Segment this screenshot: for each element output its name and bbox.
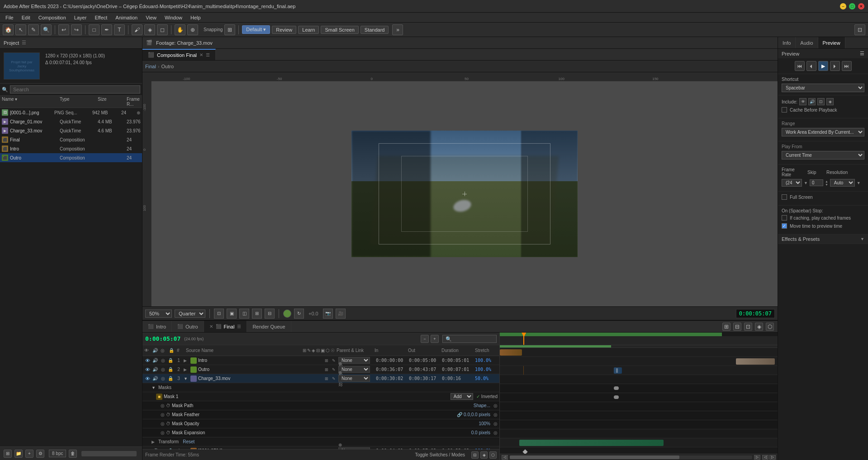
project-item[interactable]: 🖼 [0001-0...].png PNG Seq... 942 MB 24 ⊕ xyxy=(0,108,142,117)
layer-audio-2[interactable]: 🔊 xyxy=(152,366,158,373)
menu-edit[interactable]: Edit xyxy=(18,14,34,21)
undo-tool[interactable]: ↩ xyxy=(58,24,69,35)
tl-action-btn5[interactable]: ⬡ xyxy=(766,323,774,331)
preview-options-icon[interactable]: ☰ xyxy=(860,51,864,56)
tl-bottom-btn2[interactable]: ◈ xyxy=(480,451,488,459)
tl-mask-feather[interactable]: ◎ ⏱ Mask Feather 🔗 0.0,0.0 pixels ◎ xyxy=(142,410,499,419)
if-caching-cb[interactable] xyxy=(782,215,787,221)
comp-tab-final[interactable]: ⬛ Composition Final ✕ ☰ xyxy=(142,49,216,60)
preview-last-btn[interactable]: ⏭ xyxy=(842,61,852,71)
search-tool[interactable]: 🔍 xyxy=(41,24,52,35)
project-item[interactable]: ⬛ Final Composition 24 xyxy=(0,135,142,144)
tl-transform-group[interactable]: ▶ Transform Reset xyxy=(142,437,499,446)
workspace-default[interactable]: Default ▾ xyxy=(242,25,270,34)
scroll-right-btn[interactable]: ▷ xyxy=(754,455,760,460)
select-tool[interactable]: ↖ xyxy=(15,24,26,35)
sw-fx-1[interactable]: ⊞ xyxy=(323,357,330,364)
transform-reset-btn[interactable]: Reset xyxy=(183,439,194,444)
app-settings[interactable]: ⊡ xyxy=(854,24,865,35)
project-item[interactable]: ▶ Charge_01.mov QuickTime 4.4 MB 23.976 xyxy=(0,117,142,126)
mask-opacity-value[interactable]: 100% xyxy=(479,421,490,426)
tl-masks-group[interactable]: ▼ Masks xyxy=(142,383,499,392)
layer-lock-1[interactable]: 🔒 xyxy=(167,357,174,364)
nav-prev-btn[interactable]: ◁ xyxy=(762,455,768,460)
inverted-check[interactable]: ✓ xyxy=(476,394,480,399)
menu-animation[interactable]: Animation xyxy=(112,14,141,21)
scroll-thumb[interactable] xyxy=(510,455,679,459)
menu-window[interactable]: Window xyxy=(161,14,186,21)
mask-expansion-reset[interactable]: ◎ xyxy=(493,430,498,435)
info-tab[interactable]: Info xyxy=(778,37,796,48)
track-row-4[interactable] xyxy=(500,438,778,447)
track-row-1[interactable] xyxy=(500,348,778,357)
parent-chain-3[interactable]: ⛓ xyxy=(338,382,343,387)
redo-tool[interactable]: ↪ xyxy=(71,24,82,35)
tl-layer-1[interactable]: 👁 🔊 ◎ 🔒 1 ▶ Intro ⊞ ✎ xyxy=(142,356,499,365)
parent-select-3[interactable]: None xyxy=(338,375,370,382)
tl-bottom-btn3[interactable]: ⬡ xyxy=(489,451,497,459)
track-bar-charge[interactable] xyxy=(614,367,622,374)
project-search-input[interactable] xyxy=(10,85,140,94)
eraser-tool[interactable]: ◻ xyxy=(157,24,168,35)
mask-stopwatch[interactable]: ⏱ xyxy=(166,403,171,408)
layer-name-1[interactable]: Intro xyxy=(198,358,322,363)
settings-btn[interactable]: ⚙ xyxy=(36,450,44,458)
viewer-region-btn[interactable]: ▣ xyxy=(227,309,237,319)
workspace-standard[interactable]: Standard xyxy=(360,26,389,34)
include-audio-icon[interactable]: 🔊 xyxy=(808,98,816,105)
toggle-switches-btn[interactable]: Toggle Switches / Modes xyxy=(415,452,465,457)
layer-solo-3[interactable]: ◎ xyxy=(160,376,166,382)
new-item-btn[interactable]: + xyxy=(25,450,33,458)
project-menu-icon[interactable]: ☰ xyxy=(22,40,26,46)
tl-action-btn3[interactable]: ⊡ xyxy=(744,323,752,331)
menu-view[interactable]: View xyxy=(142,14,160,21)
snapping-btn[interactable]: ⊞ xyxy=(224,24,235,35)
tl-tab-menu[interactable]: ☰ xyxy=(237,324,241,329)
layer-name-3[interactable]: Charge_33.mov xyxy=(198,376,322,381)
include-overflow-icon[interactable]: ⊡ xyxy=(817,98,825,105)
opacity-stopwatch[interactable]: ⏱ xyxy=(166,421,171,426)
mask-path-value[interactable]: Shape... xyxy=(474,403,490,408)
move-time-cb[interactable] xyxy=(782,223,787,229)
project-item-outro[interactable]: ⬛ Outro Composition 24 xyxy=(0,153,142,162)
tl-bottom-btn1[interactable]: ⊟ xyxy=(471,451,479,459)
layer-lock-2[interactable]: 🔒 xyxy=(167,366,174,373)
cache-before-playback-cb[interactable] xyxy=(782,107,787,113)
tl-search-input[interactable] xyxy=(442,335,497,343)
mask-feather-value[interactable]: 0.0,0.0 pixels xyxy=(464,412,490,417)
mask-expansion-value[interactable]: 0.0 pixels xyxy=(471,430,490,435)
viewer-refresh-btn[interactable]: ↻ xyxy=(294,309,304,319)
comp-tab-close[interactable]: ✕ xyxy=(199,52,203,57)
project-item[interactable]: ▶ Charge_33.mov QuickTime 4.6 MB 23.976 xyxy=(0,126,142,135)
delete-btn[interactable]: 🗑 xyxy=(69,450,77,458)
frame-rate-select[interactable]: (24) xyxy=(782,179,802,187)
workspace-smallscreen[interactable]: Small Screen xyxy=(321,26,358,34)
tl-tab-renderqueue[interactable]: Render Queue xyxy=(247,321,291,332)
zoom-tool[interactable]: ⊕ xyxy=(187,24,198,35)
tl-layer-3[interactable]: 👁 🔊 ◎ 🔒 3 ▼ Charge_33.mov ⊞ ✎ xyxy=(142,374,499,383)
workspace-more[interactable]: » xyxy=(392,24,403,35)
preview-play-btn[interactable]: ▶ xyxy=(818,61,828,71)
viewer-cam-btn[interactable]: 🎥 xyxy=(336,309,346,319)
menu-layer[interactable]: Layer xyxy=(71,14,90,21)
preview-tab[interactable]: Preview xyxy=(818,37,845,48)
maskpath-kf2[interactable] xyxy=(615,395,619,399)
sw-fx-3[interactable]: ⊞ xyxy=(323,376,330,382)
viewer-guides-btn[interactable]: ⊟ xyxy=(265,309,275,319)
item-action[interactable]: ⊕ xyxy=(137,110,140,115)
play-from-select[interactable]: Current Time xyxy=(782,151,864,160)
mask-opacity-reset[interactable]: ◎ xyxy=(493,421,498,426)
preview-prev-btn[interactable]: ⏴ xyxy=(806,61,816,71)
skip-up[interactable]: ▲ xyxy=(825,180,828,183)
layer-name-2[interactable]: Outro xyxy=(198,367,322,372)
viewer-alpha-btn[interactable]: ◫ xyxy=(239,309,249,319)
sw-edit-1[interactable]: ✎ xyxy=(331,357,337,364)
tl-tab-close[interactable]: ✕ xyxy=(209,324,213,329)
layer-audio-1[interactable]: 🔊 xyxy=(152,357,158,364)
menu-effect[interactable]: Effect xyxy=(91,14,111,21)
tl-zoom-in[interactable]: + xyxy=(431,335,439,343)
resolution-select[interactable]: Auto Full Half Quarter xyxy=(830,179,855,187)
tl-zoom-out[interactable]: − xyxy=(421,335,429,343)
rect-tool[interactable]: □ xyxy=(89,24,100,35)
tl-tracks[interactable] xyxy=(500,345,778,454)
